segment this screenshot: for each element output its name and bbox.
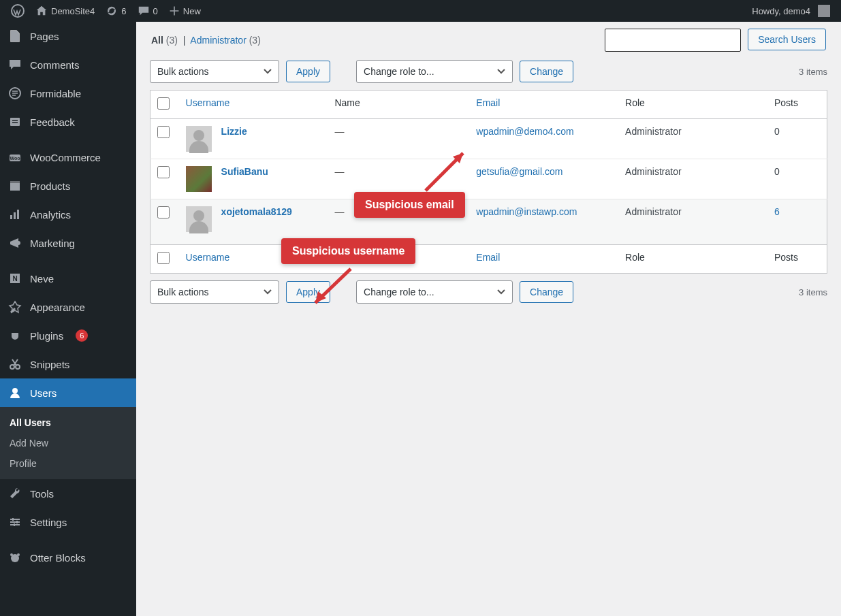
change-role-select-bottom[interactable]: Change role to...: [356, 280, 513, 304]
sidebar-label: Products: [30, 180, 70, 192]
sidebar-item-pages[interactable]: Pages: [0, 22, 136, 50]
sidebar-item-settings[interactable]: Settings: [0, 508, 136, 536]
sidebar-item-marketing[interactable]: Marketing: [0, 229, 136, 257]
filter-admin[interactable]: Administrator: [190, 35, 246, 46]
posts-link[interactable]: 6: [774, 206, 780, 217]
submenu-add-new[interactable]: Add New: [0, 433, 136, 453]
sidebar-item-snippets[interactable]: Snippets: [0, 350, 136, 378]
top-actions-row: Bulk actions Apply Change role to... Cha…: [150, 57, 827, 90]
items-count-top: 3 items: [799, 67, 827, 77]
email-link[interactable]: wpadmin@instawp.com: [476, 206, 577, 217]
bulk-actions-select-bottom[interactable]: Bulk actions: [150, 280, 279, 304]
col-email-foot[interactable]: Email: [476, 252, 500, 263]
svg-rect-21: [14, 523, 15, 526]
username-link[interactable]: SufiaBanu: [221, 166, 268, 177]
row-checkbox[interactable]: [157, 126, 170, 138]
row-checkbox[interactable]: [157, 206, 170, 218]
neve-icon: N: [8, 272, 22, 285]
svg-point-24: [17, 553, 20, 556]
sidebar-label: Users: [30, 387, 57, 399]
col-role-foot: Role: [618, 245, 767, 274]
callout-username: Suspicious username: [281, 238, 415, 264]
email-link[interactable]: wpadmin@demo4.com: [476, 126, 573, 137]
sidebar-label: Feedback: [30, 116, 75, 128]
user-posts: 0: [767, 119, 827, 159]
filter-all-count: (3): [166, 35, 178, 46]
col-email[interactable]: Email: [476, 97, 500, 108]
col-username[interactable]: Username: [186, 97, 230, 108]
svg-rect-6: [10, 181, 20, 183]
user-name: —: [334, 126, 344, 137]
users-icon: [8, 386, 22, 400]
page-icon: [8, 29, 22, 43]
svg-rect-17: [10, 521, 20, 523]
sidebar-item-otter[interactable]: Otter Blocks: [0, 543, 136, 572]
sidebar-label: Appearance: [30, 302, 85, 313]
appearance-icon: [8, 300, 22, 314]
wp-logo[interactable]: [5, 0, 30, 22]
username-link[interactable]: Lizzie: [221, 126, 247, 137]
bottom-actions-row: Bulk actions Apply Change role to... Cha…: [150, 274, 827, 310]
sidebar-item-neve[interactable]: NNeve: [0, 264, 136, 293]
users-table: Username Name Email Role Posts Lizzie — …: [150, 90, 827, 274]
analytics-icon: [8, 208, 22, 221]
email-link[interactable]: getsufia@gmail.com: [476, 166, 562, 177]
marketing-icon: [8, 236, 22, 250]
arrow-username: [303, 265, 364, 313]
admin-top-bar: DemoSite4 6 0 New Howdy, demo4: [0, 0, 841, 22]
user-role: Administrator: [618, 199, 767, 245]
sidebar-item-woocommerce[interactable]: WooWooCommerce: [0, 143, 136, 172]
table-row: Lizzie — wpadmin@demo4.com Administrator…: [150, 119, 827, 159]
select-all-top[interactable]: [157, 97, 170, 110]
change-role-select[interactable]: Change role to...: [356, 60, 513, 83]
arrow-email: [415, 143, 477, 197]
callout-email: Suspicious email: [354, 192, 465, 218]
apply-button-top[interactable]: Apply: [286, 61, 330, 82]
sidebar-item-appearance[interactable]: Appearance: [0, 293, 136, 321]
bulk-actions-select[interactable]: Bulk actions: [150, 60, 279, 83]
sidebar-item-products[interactable]: Products: [0, 172, 136, 200]
comments-count: 0: [153, 6, 158, 16]
sidebar-label: WooCommerce: [30, 152, 101, 163]
sidebar-item-analytics[interactable]: Analytics: [0, 200, 136, 229]
howdy-link[interactable]: Howdy, demo4: [746, 0, 836, 22]
plugins-icon: [8, 329, 22, 342]
sidebar-item-plugins[interactable]: Plugins6: [0, 321, 136, 350]
site-link[interactable]: DemoSite4: [30, 0, 100, 22]
svg-rect-19: [12, 518, 14, 521]
sidebar-item-feedback[interactable]: Feedback: [0, 108, 136, 136]
sidebar-item-comments[interactable]: Comments: [0, 50, 136, 79]
updates-link[interactable]: 6: [100, 0, 131, 22]
settings-icon: [8, 515, 22, 529]
sidebar-label: Tools: [30, 488, 54, 500]
username-link[interactable]: xojetomala8129: [221, 206, 292, 217]
admin-sidebar: Pages Comments Formidable Feedback WooWo…: [0, 22, 136, 616]
submenu-profile[interactable]: Profile: [0, 453, 136, 474]
site-name: DemoSite4: [51, 6, 95, 16]
submenu-all-users[interactable]: All Users: [0, 412, 136, 433]
new-link[interactable]: New: [163, 0, 206, 22]
svg-text:N: N: [12, 275, 17, 282]
change-button-top[interactable]: Change: [520, 61, 573, 82]
filter-all[interactable]: All: [151, 35, 163, 46]
col-role: Role: [618, 91, 767, 119]
sidebar-item-formidable[interactable]: Formidable: [0, 79, 136, 108]
sidebar-label: Snippets: [30, 359, 69, 370]
table-row: SufiaBanu — getsufia@gmail.com Administr…: [150, 159, 827, 199]
avatar: [186, 126, 212, 152]
col-username-foot[interactable]: Username: [186, 252, 230, 263]
change-button-bottom[interactable]: Change: [520, 281, 573, 303]
search-input[interactable]: [605, 29, 741, 52]
comments-link[interactable]: 0: [132, 0, 163, 22]
items-count-bottom: 3 items: [799, 287, 827, 297]
avatar-icon: [818, 5, 830, 17]
sidebar-item-tools[interactable]: Tools: [0, 479, 136, 508]
tools-icon: [8, 487, 22, 500]
row-checkbox[interactable]: [157, 166, 170, 178]
sidebar-item-users[interactable]: Users: [0, 378, 136, 407]
svg-text:Woo: Woo: [10, 156, 20, 161]
svg-point-23: [10, 553, 13, 556]
svg-point-10: [16, 241, 20, 245]
select-all-bottom[interactable]: [157, 252, 170, 264]
search-users-button[interactable]: Search Users: [748, 29, 826, 50]
